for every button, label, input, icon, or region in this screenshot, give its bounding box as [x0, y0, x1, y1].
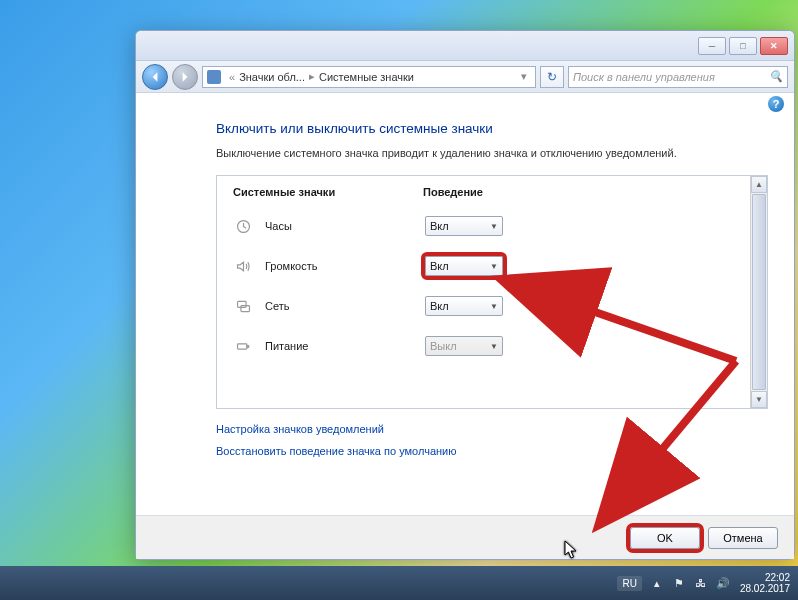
help-icon[interactable]: ?: [768, 96, 784, 112]
refresh-button[interactable]: ↻: [540, 66, 564, 88]
row-network: Сеть Вкл ▼: [233, 286, 734, 326]
column-header-icons: Системные значки: [233, 186, 423, 198]
system-icons-list: Системные значки Поведение Часы Вкл ▼: [216, 175, 768, 409]
flag-icon[interactable]: ⚑: [672, 576, 686, 590]
row-volume: Громкость Вкл ▼: [233, 246, 734, 286]
breadcrumb-part2: Системные значки: [319, 71, 414, 83]
power-behavior-select: Выкл ▼: [425, 336, 503, 356]
clock-behavior-select[interactable]: Вкл ▼: [425, 216, 503, 236]
control-panel-window: ─ □ ✕ « Значки обл... ▸ Системные значки…: [135, 30, 795, 560]
svg-rect-1: [237, 301, 246, 307]
clock-time: 22:02: [740, 572, 790, 584]
page-description: Выключение системного значка приводит к …: [216, 146, 768, 161]
select-value: Выкл: [430, 340, 457, 352]
control-panel-icon: [207, 70, 221, 84]
breadcrumb-chevron-icon: «: [229, 71, 235, 83]
list-body: Системные значки Поведение Часы Вкл ▼: [217, 176, 750, 408]
scroll-down-button[interactable]: ▼: [751, 391, 767, 408]
arrow-right-icon: [179, 71, 191, 83]
row-label: Сеть: [265, 300, 425, 312]
volume-icon: [233, 256, 253, 276]
chevron-down-icon: ▼: [490, 262, 498, 271]
breadcrumb-part1: Значки обл...: [239, 71, 305, 83]
chevron-down-icon: ▼: [490, 302, 498, 311]
toolbar: ?: [136, 93, 794, 115]
back-button[interactable]: [142, 64, 168, 90]
select-value: Вкл: [430, 220, 449, 232]
row-label: Питание: [265, 340, 425, 352]
volume-behavior-select[interactable]: Вкл ▼: [425, 256, 503, 276]
column-header-behavior: Поведение: [423, 186, 563, 198]
content-area: Включить или выключить системные значки …: [136, 115, 794, 515]
taskbar[interactable]: RU ▴ ⚑ 🖧 🔊 22:02 28.02.2017: [0, 566, 798, 600]
clock-icon: [233, 216, 253, 236]
network-icon: [233, 296, 253, 316]
system-tray: RU ▴ ⚑ 🖧 🔊: [617, 576, 729, 591]
page-title: Включить или выключить системные значки: [216, 121, 768, 136]
mouse-cursor-icon: [564, 540, 578, 560]
list-header: Системные значки Поведение: [233, 186, 734, 198]
search-input[interactable]: Поиск в панели управления 🔍: [568, 66, 788, 88]
search-icon: 🔍: [769, 70, 783, 84]
titlebar: ─ □ ✕: [136, 31, 794, 61]
select-value: Вкл: [430, 260, 449, 272]
svg-rect-3: [237, 344, 246, 349]
arrow-left-icon: [149, 71, 161, 83]
row-label: Часы: [265, 220, 425, 232]
maximize-button[interactable]: □: [729, 37, 757, 55]
network-tray-icon[interactable]: 🖧: [694, 576, 708, 590]
address-bar: « Значки обл... ▸ Системные значки ▾ ↻ П…: [136, 61, 794, 93]
search-placeholder: Поиск в панели управления: [573, 71, 715, 83]
clock-date: 28.02.2017: [740, 583, 790, 595]
close-button[interactable]: ✕: [760, 37, 788, 55]
row-label: Громкость: [265, 260, 425, 272]
scroll-up-button[interactable]: ▲: [751, 176, 767, 193]
svg-rect-2: [240, 306, 249, 312]
taskbar-clock[interactable]: 22:02 28.02.2017: [740, 572, 790, 595]
cancel-button[interactable]: Отмена: [708, 527, 778, 549]
scrollbar[interactable]: ▲ ▼: [750, 176, 767, 408]
row-power: Питание Выкл ▼: [233, 326, 734, 366]
ok-button[interactable]: OK: [630, 527, 700, 549]
svg-rect-4: [246, 346, 248, 348]
customize-icons-link[interactable]: Настройка значков уведомлений: [216, 423, 768, 435]
breadcrumb-dropdown-icon[interactable]: ▾: [521, 70, 527, 83]
chevron-down-icon: ▼: [490, 222, 498, 231]
dialog-footer: OK Отмена: [136, 515, 794, 559]
chevron-down-icon: ▼: [490, 342, 498, 351]
network-behavior-select[interactable]: Вкл ▼: [425, 296, 503, 316]
row-clock: Часы Вкл ▼: [233, 206, 734, 246]
breadcrumb[interactable]: « Значки обл... ▸ Системные значки ▾: [202, 66, 536, 88]
language-indicator[interactable]: RU: [617, 576, 641, 591]
minimize-button[interactable]: ─: [698, 37, 726, 55]
show-hidden-icons-button[interactable]: ▴: [650, 576, 664, 590]
breadcrumb-chevron-icon: ▸: [309, 70, 315, 83]
links: Настройка значков уведомлений Восстанови…: [216, 423, 768, 457]
select-value: Вкл: [430, 300, 449, 312]
forward-button[interactable]: [172, 64, 198, 90]
volume-tray-icon[interactable]: 🔊: [716, 576, 730, 590]
restore-defaults-link[interactable]: Восстановить поведение значка по умолчан…: [216, 445, 768, 457]
scroll-thumb[interactable]: [752, 194, 766, 390]
power-icon: [233, 336, 253, 356]
desktop: ─ □ ✕ « Значки обл... ▸ Системные значки…: [0, 0, 798, 600]
